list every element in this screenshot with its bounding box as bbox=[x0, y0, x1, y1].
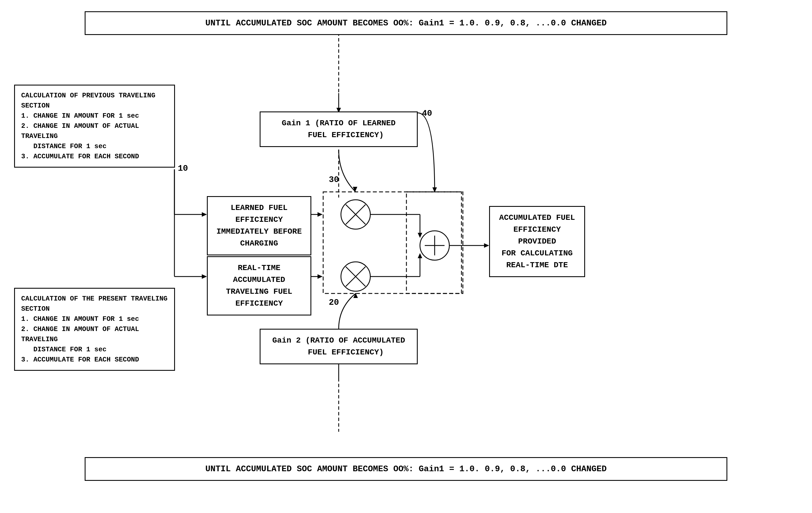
diagram-container: UNTIL ACCUMULATED SOC AMOUNT BECOMES OO%… bbox=[0, 0, 812, 513]
label-20: 20 bbox=[329, 298, 339, 307]
present-calc-text: CALCULATION OF THE PRESENT TRAVELING SEC… bbox=[21, 295, 167, 363]
gain2-text: Gain 2 (RATIO OF ACCUMULATED FUEL EFFICI… bbox=[272, 336, 405, 357]
svg-marker-35 bbox=[484, 243, 489, 248]
prev-calc-box: CALCULATION OF PREVIOUS TRAVELING SECTIO… bbox=[14, 85, 175, 168]
svg-marker-14 bbox=[318, 212, 323, 217]
realtime-fuel-text: REAL-TIME ACCUMULATEDTRAVELING FUEL EFFI… bbox=[226, 264, 292, 308]
diagram-svg bbox=[0, 0, 812, 513]
svg-marker-16 bbox=[318, 274, 323, 279]
label-30: 30 bbox=[329, 175, 339, 185]
learned-fuel-box: LEARNED FUEL EFFICIENCYIMMEDIATELY BEFOR… bbox=[207, 196, 311, 255]
gain2-box: Gain 2 (RATIO OF ACCUMULATED FUEL EFFICI… bbox=[260, 329, 418, 364]
accumulated-output-box: ACCUMULATED FUELEFFICIENCY PROVIDEDFOR C… bbox=[489, 206, 585, 277]
top-banner-box: UNTIL ACCUMULATED SOC AMOUNT BECOMES OO%… bbox=[85, 11, 727, 35]
bottom-banner-text: UNTIL ACCUMULATED SOC AMOUNT BECOMES OO%… bbox=[205, 464, 607, 474]
label-10: 10 bbox=[178, 164, 188, 173]
svg-marker-9 bbox=[202, 212, 207, 217]
svg-marker-33 bbox=[418, 253, 422, 258]
gain1-box: Gain 1 (RATIO OF LEARNED FUEL EFFICIENCY… bbox=[260, 112, 418, 147]
present-calc-box: CALCULATION OF THE PRESENT TRAVELING SEC… bbox=[14, 288, 175, 371]
label-40: 40 bbox=[422, 109, 432, 118]
bottom-banner-box: UNTIL ACCUMULATED SOC AMOUNT BECOMES OO%… bbox=[85, 457, 727, 481]
accumulated-output-text: ACCUMULATED FUELEFFICIENCY PROVIDEDFOR C… bbox=[499, 213, 575, 270]
learned-fuel-text: LEARNED FUEL EFFICIENCYIMMEDIATELY BEFOR… bbox=[216, 204, 302, 248]
top-banner-text: UNTIL ACCUMULATED SOC AMOUNT BECOMES OO%… bbox=[205, 18, 607, 28]
svg-rect-17 bbox=[323, 192, 461, 294]
svg-marker-30 bbox=[418, 233, 422, 238]
gain1-text: Gain 1 (RATIO OF LEARNED FUEL EFFICIENCY… bbox=[282, 119, 396, 140]
realtime-fuel-box: REAL-TIME ACCUMULATEDTRAVELING FUEL EFFI… bbox=[207, 256, 311, 315]
svg-marker-12 bbox=[202, 274, 207, 279]
prev-calc-text: CALCULATION OF PREVIOUS TRAVELING SECTIO… bbox=[21, 92, 155, 160]
